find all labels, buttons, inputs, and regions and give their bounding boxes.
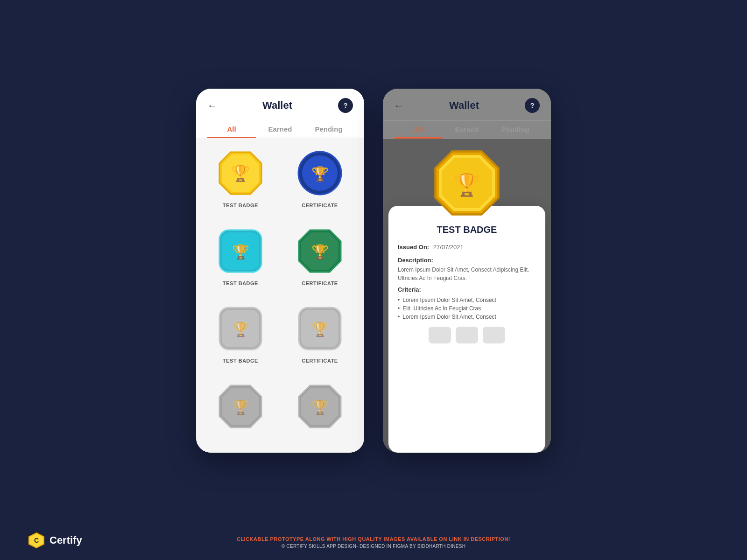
left-phone: ← Wallet ? All Earned Pending 🏆 TEST [196, 89, 364, 453]
svg-text:🏆: 🏆 [311, 321, 329, 338]
tab-earned-left[interactable]: Earned [256, 120, 304, 138]
detail-description-text: Lorem Ipsum Dolor Sit Amet, Consect Adip… [398, 266, 536, 282]
detail-issued-value: 27/07/2021 [433, 244, 464, 251]
badge-shape-blue-circle: 🏆 [294, 147, 345, 199]
badge-shape-gray-rounded-2: 🏆 [294, 303, 345, 354]
detail-badge-title: TEST BADGE [398, 224, 536, 235]
badge-shape-gold-octagon: 🏆 [215, 147, 266, 199]
left-back-button[interactable]: ← [207, 100, 217, 111]
badge-shape-gray-rounded-1: 🏆 [215, 303, 266, 354]
criteria-item-3: • Lorem Ipsum Dolor Sit Amet, Consect [398, 313, 536, 321]
detail-card: TEST BADGE Issued On: 27/07/2021 Descrip… [388, 206, 545, 453]
right-tabs: All Earned Pending [383, 121, 551, 139]
tab-pending-left[interactable]: Pending [304, 120, 353, 138]
badge-certificate-2[interactable]: 🏆 CERTIFICATE [285, 225, 355, 294]
badge-certificate-3[interactable]: 🏆 CERTIFICATE [285, 303, 355, 371]
share-buttons [398, 327, 536, 343]
badge-label-test-badge-3: TEST BADGE [223, 358, 258, 364]
tab-all-left[interactable]: All [207, 120, 256, 138]
badge-certificate-1[interactable]: 🏆 CERTIFICATE [285, 147, 355, 216]
badge-test-badge-3[interactable]: 🏆 TEST BADGE [205, 303, 275, 371]
badge-label-test-badge-2: TEST BADGE [223, 280, 258, 286]
share-button-2[interactable] [456, 327, 478, 343]
svg-text:🏆: 🏆 [231, 164, 251, 183]
badge-gray-1[interactable]: 🏆 [205, 381, 275, 444]
detail-issued-label: Issued On: [398, 244, 429, 251]
svg-text:🏆: 🏆 [311, 244, 329, 260]
detail-criteria-label: Criteria: [398, 286, 536, 293]
badge-shape-gray-octagon-2: 🏆 [294, 381, 345, 432]
left-header-title: Wallet [262, 99, 292, 112]
footer: C Certify CLICKABLE PROTOTYPE ALONG WITH… [0, 536, 747, 549]
detail-criteria-row: Criteria: • Lorem Ipsum Dolor Sit Amet, … [398, 286, 536, 321]
badge-shape-teal-rounded: 🏆 [215, 225, 266, 277]
right-content-area: 🏆 🏆 🏆 [383, 139, 551, 453]
share-button-3[interactable] [483, 327, 505, 343]
badge-label-certificate-3: CERTIFICATE [302, 358, 338, 364]
criteria-item-1: • Lorem Ipsum Dolor Sit Amet, Consect [398, 296, 536, 304]
main-content: ← Wallet ? All Earned Pending 🏆 TEST [196, 89, 551, 453]
badge-gray-2[interactable]: 🏆 [285, 381, 355, 444]
footer-brand: C Certify [28, 532, 82, 549]
svg-text:🏆: 🏆 [232, 244, 250, 260]
left-tabs: All Earned Pending [196, 120, 364, 138]
svg-text:🏆: 🏆 [311, 166, 329, 182]
right-phone-header: ← Wallet ? [383, 89, 551, 121]
detail-description-label: Description: [398, 257, 536, 264]
badge-label-certificate-2: CERTIFICATE [302, 280, 338, 286]
detail-criteria-list: • Lorem Ipsum Dolor Sit Amet, Consect • … [398, 296, 536, 321]
detail-panel: 🏆 TEST BADGE Issued On: 27/07/2021 Descr… [383, 139, 551, 453]
footer-promo-text: CLICKABLE PROTOTYPE ALONG WITH HIGH QUAL… [237, 536, 510, 542]
footer-copy-text: © CERTIFY SKILLS APP DESIGN- DESIGNED IN… [237, 544, 510, 549]
left-phone-header: ← Wallet ? [196, 89, 364, 120]
tab-earned-right[interactable]: Earned [443, 121, 491, 138]
right-back-button[interactable]: ← [394, 100, 403, 111]
tab-pending-right[interactable]: Pending [491, 121, 540, 138]
svg-text:🏆: 🏆 [232, 399, 250, 416]
left-help-button[interactable]: ? [338, 98, 353, 113]
footer-brand-name: Certify [49, 534, 82, 546]
svg-text:🏆: 🏆 [453, 171, 481, 198]
detail-issued-row: Issued On: 27/07/2021 [398, 243, 536, 251]
badge-label-test-badge-1: TEST BADGE [223, 203, 258, 208]
right-help-button[interactable]: ? [525, 98, 540, 113]
badge-test-badge-2[interactable]: 🏆 TEST BADGE [205, 225, 275, 294]
badge-shape-gray-octagon-1: 🏆 [215, 381, 266, 432]
svg-text:🏆: 🏆 [232, 321, 250, 338]
tab-all-right[interactable]: All [394, 121, 443, 138]
footer-center-text: CLICKABLE PROTOTYPE ALONG WITH HIGH QUAL… [237, 536, 510, 549]
share-button-1[interactable] [429, 327, 451, 343]
left-badge-grid: 🏆 TEST BADGE 🏆 CERTIFICATE [196, 138, 364, 453]
detail-description-row: Description: Lorem Ipsum Dolor Sit Amet,… [398, 257, 536, 282]
badge-label-certificate-1: CERTIFICATE [302, 203, 338, 208]
svg-text:🏆: 🏆 [311, 399, 329, 416]
certify-logo-icon: C [28, 532, 45, 549]
badge-shape-green-octagon: 🏆 [294, 225, 345, 277]
right-phone: ← Wallet ? All Earned Pending 🏆 🏆 [383, 89, 551, 453]
detail-badge: 🏆 [432, 148, 502, 220]
svg-text:C: C [34, 537, 39, 544]
right-header-title: Wallet [449, 99, 479, 112]
criteria-item-2: • Elit. Ultricies Ac In Feugiat Cras [398, 304, 536, 313]
badge-test-badge-1[interactable]: 🏆 TEST BADGE [205, 147, 275, 216]
